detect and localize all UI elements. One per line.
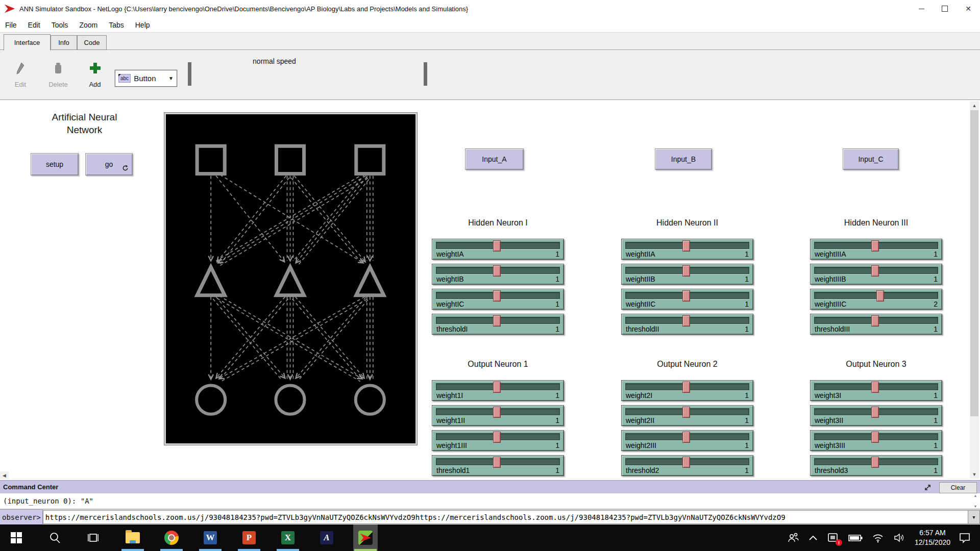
- slider-weightIA[interactable]: weightIA1: [432, 239, 564, 260]
- input-a-button[interactable]: Input_A: [465, 148, 524, 170]
- slider-groove: [436, 292, 560, 299]
- menu-file[interactable]: File: [5, 21, 17, 29]
- neural-network-view[interactable]: [166, 114, 415, 443]
- title-bar: ANN Simulator Sandbox - NetLogo {C:\User…: [0, 0, 980, 18]
- widget-type-select[interactable]: abc Button ▼: [115, 70, 177, 87]
- file-explorer-button[interactable]: [120, 524, 145, 551]
- slider-value: 1: [745, 250, 749, 258]
- scroll-up-arrow[interactable]: ▲: [970, 101, 979, 110]
- minimize-button[interactable]: [910, 0, 933, 17]
- slider-weightIB[interactable]: weightIB1: [432, 264, 564, 285]
- battery-icon[interactable]: [848, 534, 863, 542]
- slider-weight1I[interactable]: weight1I1: [432, 380, 564, 401]
- menu-help[interactable]: Help: [135, 21, 150, 29]
- powerpoint-icon: P: [242, 531, 256, 544]
- slider-weight2II[interactable]: weight2II1: [621, 405, 753, 426]
- slider-value: 1: [934, 275, 938, 283]
- tab-info[interactable]: Info: [51, 35, 77, 50]
- slider-threshold1[interactable]: threshold11: [432, 455, 564, 476]
- netlogo-taskbar-button[interactable]: [353, 524, 378, 551]
- command-center-header[interactable]: Command Center Clear: [0, 480, 980, 493]
- slider-groove: [625, 433, 749, 440]
- screen: { "window": { "title": "ANN Simulator Sa…: [0, 0, 980, 551]
- scroll-thumb[interactable]: [970, 110, 978, 416]
- slider-weight2I[interactable]: weight2I1: [621, 380, 753, 401]
- maximize-button[interactable]: [933, 0, 957, 17]
- edit-tool-button[interactable]: Edit: [6, 61, 35, 88]
- volume-icon[interactable]: [893, 533, 905, 543]
- taskbar-search-button[interactable]: [43, 524, 67, 551]
- slider-weight3II[interactable]: weight3II1: [810, 405, 942, 426]
- slider-threshold2[interactable]: threshold21: [621, 455, 753, 476]
- slider-value: 1: [745, 441, 749, 449]
- tab-code[interactable]: Code: [77, 35, 107, 50]
- wifi-icon[interactable]: [872, 533, 884, 543]
- notification-app-icon[interactable]: !: [827, 532, 839, 544]
- menu-tools[interactable]: Tools: [52, 21, 68, 29]
- go-button[interactable]: go: [85, 153, 133, 176]
- slider-weight3III[interactable]: weight3III1: [810, 430, 942, 451]
- delete-tool-button[interactable]: Delete: [44, 61, 72, 88]
- windows-logo-icon: [11, 532, 22, 543]
- slider-value: 1: [745, 275, 749, 283]
- slider-groove: [814, 292, 938, 299]
- history-dropdown-button[interactable]: ▼: [968, 510, 980, 524]
- slider-weight2III[interactable]: weight2III1: [621, 430, 753, 451]
- powerpoint-button[interactable]: P: [237, 524, 261, 551]
- menu-edit[interactable]: Edit: [28, 21, 40, 29]
- slider-thresholdIII[interactable]: thresholdIII1: [810, 314, 942, 335]
- clear-button[interactable]: Clear: [939, 482, 977, 493]
- task-view-button[interactable]: [82, 524, 106, 551]
- slider-weightIIIB[interactable]: weightIIIB1: [810, 264, 942, 285]
- slider-thresholdII[interactable]: thresholdII1: [621, 314, 753, 335]
- setup-button[interactable]: setup: [31, 153, 79, 176]
- taskbar-clock[interactable]: 6:57 AM 12/15/2020: [915, 528, 950, 547]
- slider-weightIIB[interactable]: weightIIB1: [621, 264, 753, 285]
- input-b-button[interactable]: Input_B: [655, 148, 712, 170]
- slider-value: 1: [934, 466, 938, 474]
- output-scrollbar[interactable]: ▲▼: [972, 494, 979, 508]
- people-icon[interactable]: [787, 532, 799, 543]
- input-node-square: [356, 146, 384, 173]
- group-hidden-neuron-3: Hidden Neuron IIIweightIIIA1weightIIIB1w…: [810, 218, 942, 339]
- chrome-button[interactable]: [159, 524, 184, 551]
- slider-thresholdI[interactable]: thresholdI1: [432, 314, 564, 335]
- acrobat-icon: A: [320, 531, 333, 544]
- running-indicator: [238, 549, 260, 551]
- start-button[interactable]: [4, 524, 29, 551]
- slider-weightIIC[interactable]: weightIIC1: [621, 289, 753, 310]
- input-c-button[interactable]: Input_C: [843, 148, 899, 170]
- expand-icon[interactable]: [922, 482, 933, 492]
- slider-weightIIIA[interactable]: weightIIIA1: [810, 239, 942, 260]
- menu-zoom[interactable]: Zoom: [79, 21, 97, 29]
- add-tool-button[interactable]: Add: [81, 61, 109, 88]
- slider-weightIIIC[interactable]: weightIIIC2: [810, 289, 942, 310]
- slider-weightIC[interactable]: weightIC1: [432, 289, 564, 310]
- hidden-icons-chevron[interactable]: [808, 535, 818, 541]
- menu-tabs[interactable]: Tabs: [109, 21, 124, 29]
- scroll-left-arrow[interactable]: ◀: [0, 471, 9, 479]
- group-title: Output Neuron 1: [432, 360, 564, 372]
- action-center-icon[interactable]: [959, 532, 971, 544]
- command-center-title: Command Center: [3, 483, 58, 491]
- slider-value: 2: [934, 300, 938, 308]
- input-node-square: [197, 146, 225, 173]
- slider-weight1III[interactable]: weight1III1: [432, 430, 564, 451]
- vertical-scrollbar[interactable]: ▲ ▼: [970, 101, 979, 479]
- slider-label: weightIIIA: [815, 250, 846, 258]
- slider-label: threshold2: [626, 466, 659, 474]
- word-button[interactable]: W: [198, 524, 223, 551]
- acrobat-button[interactable]: A: [314, 524, 339, 551]
- window-title: ANN Simulator Sandbox - NetLogo {C:\User…: [19, 5, 468, 13]
- close-button[interactable]: ✕: [957, 0, 980, 17]
- scroll-down-arrow[interactable]: ▼: [970, 470, 979, 479]
- slider-weightIIA[interactable]: weightIIA1: [621, 239, 753, 260]
- slider-threshold3[interactable]: threshold31: [810, 455, 942, 476]
- tab-interface[interactable]: Interface: [4, 34, 51, 51]
- slider-groove: [436, 242, 560, 249]
- excel-button[interactable]: X: [276, 524, 300, 551]
- slider-weight1II[interactable]: weight1II1: [432, 405, 564, 426]
- interface-toolbar: Edit Delete Add abc Button ▼ normal spee…: [0, 50, 980, 100]
- command-input[interactable]: https://mercerislandschools.zoom.us/j/93…: [43, 510, 968, 524]
- slider-weight3I[interactable]: weight3I1: [810, 380, 942, 401]
